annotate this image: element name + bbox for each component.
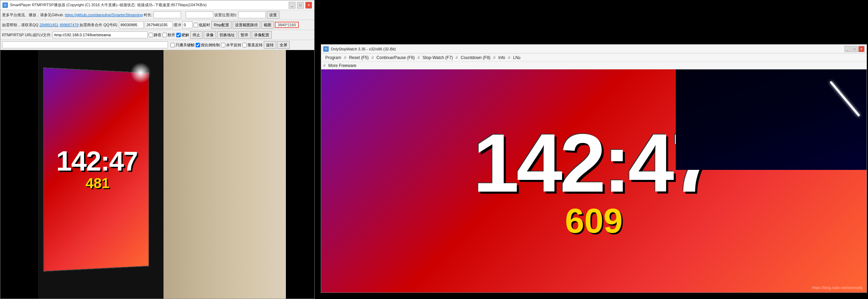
vertical-flip-label[interactable]: 垂直反转	[242, 42, 263, 48]
row3: RTMP/RTSP URL或FLV文件: 静音 秒开 硬解 停止 录像 切换地址…	[0, 30, 314, 40]
horizontal-flip-checkbox[interactable]	[221, 43, 225, 47]
second-checkbox[interactable]	[162, 33, 167, 37]
lens-flare	[130, 62, 151, 83]
biz-text: 如需商务合作 QQ号码:	[80, 22, 118, 28]
sw-menu-bar: Program # Reset (F5) # Continue/Pause (F…	[321, 54, 867, 62]
minimize-button[interactable]: _	[289, 2, 296, 9]
record-button[interactable]: 录像	[204, 31, 216, 39]
row1-prefix: 更多平台推流、播放，请参见Github:	[2, 12, 64, 18]
switch-addr-button[interactable]: 切换地址	[217, 31, 237, 39]
stopwatch-icon: O	[323, 46, 329, 52]
smartplayer-titlebar: S SmartPlayer RTMP/RTSP播放器 (Copyright (C…	[0, 0, 314, 10]
camera-feed: 142:47 481	[38, 50, 164, 299]
stopwatch-window: O OnlyStopWatch 3.36 - x32/x86 (32-Bit) …	[321, 44, 867, 293]
window-controls: _ □ ✕	[289, 2, 312, 9]
qq1-link[interactable]: 294891451	[39, 23, 58, 27]
smartplayer-icon: S	[2, 2, 8, 8]
position-value-input[interactable]	[238, 11, 266, 18]
stop-button[interactable]: 停止	[190, 31, 203, 39]
sw-watermark: https://blog.csdn.net/sheevyfg	[812, 286, 862, 290]
maximize-button[interactable]: □	[297, 2, 304, 9]
video-area: 142:47 481	[0, 50, 314, 299]
fullscreen-button[interactable]: 全屏	[277, 41, 290, 49]
github-link[interactable]: https://github.com/daniulive/SmarterStre…	[65, 13, 143, 17]
rotate-button[interactable]: 旋转	[264, 41, 276, 49]
qq2-link[interactable]: 499687479	[59, 23, 78, 27]
buffer-label: 缓冲	[174, 22, 181, 28]
menu-info[interactable]: Info	[496, 55, 507, 61]
black-right-bar	[286, 50, 314, 299]
pause-button[interactable]: 暂停	[238, 31, 251, 39]
menu-stopwatch[interactable]: Stop-Watch (F7)	[421, 55, 455, 61]
row1: 更多平台推流、播放，请参见Github: https://github.com/…	[0, 10, 314, 20]
smartplayer-window: S SmartPlayer RTMP/RTSP播放器 (Copyright (C…	[0, 0, 315, 299]
stopwatch-title: OnlyStopWatch 3.36 - x32/x86 (32-Bit)	[331, 47, 844, 51]
wall-background	[164, 50, 286, 299]
mute-checkbox[interactable]	[149, 33, 153, 37]
time-label: 时长:	[144, 12, 152, 18]
buffer-input[interactable]	[182, 21, 193, 28]
decode-label[interactable]: 硬解	[176, 32, 189, 38]
menu-program[interactable]: Program	[323, 55, 343, 61]
mute-label[interactable]: 静音	[149, 32, 161, 38]
cam-sub-number: 481	[86, 175, 110, 191]
black-left-bar	[0, 50, 38, 299]
vertical-flip-checkbox[interactable]	[242, 43, 247, 47]
second-label[interactable]: 秒开	[162, 32, 175, 38]
only-key-frames-checkbox[interactable]	[170, 43, 175, 47]
menu-countdown[interactable]: Countdown (F8)	[459, 55, 493, 61]
sw-minimize-button[interactable]: _	[844, 46, 851, 52]
submenu-more-freeware[interactable]: More Freeware	[326, 62, 358, 69]
biz-qq2-input[interactable]	[145, 21, 172, 28]
close-button[interactable]: ✕	[305, 2, 312, 9]
cam-timer-text: 142:47	[56, 147, 138, 175]
biz-qq-input[interactable]	[119, 21, 144, 28]
resolution-badge: 3840*2160	[275, 22, 299, 28]
sw-sub-number: 609	[565, 201, 623, 241]
url-input[interactable]	[53, 31, 148, 38]
sw-restore-button[interactable]: □	[851, 46, 858, 52]
set-button[interactable]: 设置	[267, 11, 279, 19]
record-config-button[interactable]: 录像配置	[252, 31, 272, 39]
extra-input[interactable]	[2, 41, 168, 48]
position-label: 设置位置(秒):	[214, 12, 237, 18]
screenshot-button[interactable]: 截图	[261, 21, 274, 29]
low-latency-checkbox[interactable]	[194, 23, 198, 27]
screenshot-path-button[interactable]: 设置截图路径	[233, 21, 260, 29]
stopwatch-titlebar: O OnlyStopWatch 3.36 - x32/x86 (32-Bit) …	[321, 45, 867, 54]
time-input[interactable]	[153, 11, 181, 18]
help-text: 如需帮助，请联系QQ	[2, 22, 38, 28]
menu-ln[interactable]: LN≥	[511, 55, 523, 61]
position-input[interactable]	[186, 11, 213, 18]
url-label: RTMP/RTSP URL或FLV文件:	[2, 32, 52, 38]
menu-reset[interactable]: Reset (F5)	[347, 55, 371, 61]
menu-continue-pause[interactable]: Continue/Pause (F6)	[374, 55, 417, 61]
proportional-label[interactable]: 按比例绘制	[196, 42, 220, 48]
smartplayer-title: SmartPlayer RTMP/RTSP播放器 (Copyright (C) …	[10, 2, 289, 8]
monitor-display: 142:47 481	[43, 67, 149, 272]
row2: 如需帮助，请联系QQ 294891451 499687479 如需商务合作 QQ…	[0, 20, 314, 30]
proportional-checkbox[interactable]	[196, 43, 200, 47]
sw-window-controls: _ □ ✕	[844, 46, 865, 52]
rtsp-config-button[interactable]: Rtsp配置	[211, 21, 232, 29]
horizontal-flip-label[interactable]: 水平反转	[221, 42, 241, 48]
sw-submenu-bar: # More Freeware	[321, 62, 867, 69]
rocket-decoration	[676, 69, 867, 170]
sw-main-display: 142:47 609 https://blog.csdn.net/sheevyf…	[321, 69, 867, 292]
only-key-frames-label[interactable]: 只播关键帧	[170, 42, 195, 48]
sw-close-button[interactable]: ✕	[858, 46, 865, 52]
rocket-trail	[830, 81, 860, 116]
low-latency-label[interactable]: 低延时	[194, 22, 210, 28]
row4: 只播关键帧 按比例绘制 水平反转 垂直反转 旋转 全屏	[0, 40, 314, 50]
decode-checkbox[interactable]	[176, 33, 181, 37]
